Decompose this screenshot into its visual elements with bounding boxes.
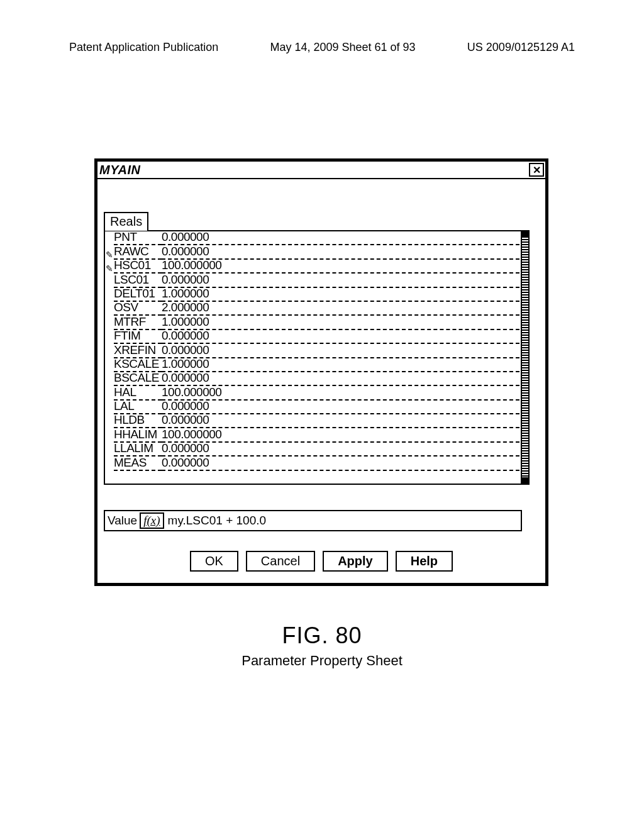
param-name: MTRF (114, 315, 162, 330)
ok-button[interactable]: OK (190, 551, 238, 572)
fx-button[interactable]: f(x) (140, 512, 164, 529)
param-value: 0.000000 (162, 329, 519, 344)
cancel-button[interactable]: Cancel (246, 551, 315, 572)
table-row[interactable]: BSCALE0.000000 (105, 372, 519, 386)
pencil-icon: ✎ (105, 263, 114, 274)
param-value: 100.000000 (162, 258, 519, 274)
value-label: Value (105, 514, 140, 528)
table-row[interactable]: LSC010.000000 (105, 274, 519, 287)
param-value: 0.000000 (162, 371, 519, 386)
value-field[interactable]: Value f(x) my.LSC01 + 100.0 (104, 510, 522, 531)
figure-caption: Parameter Property Sheet (0, 653, 644, 669)
param-name: RAWC (114, 245, 162, 260)
table-row[interactable]: XREFIN0.000000 (105, 344, 519, 358)
param-value: 0.000000 (162, 456, 519, 471)
table-row[interactable]: ✎HSC01100.000000 (105, 260, 519, 274)
table-row[interactable]: DELT011.000000 (105, 288, 519, 302)
param-name: HSC01 (114, 258, 162, 274)
table-row[interactable]: KSCALE1.000000 (105, 358, 519, 372)
page-header: Patent Application Publication May 14, 2… (0, 41, 644, 54)
param-value: 0.000000 (162, 245, 519, 260)
param-value: 0.000000 (162, 273, 519, 288)
param-value: 1.000000 (162, 315, 519, 330)
table-row[interactable]: PNT0.000000 (105, 231, 519, 245)
param-name: DELT01 (114, 287, 162, 302)
param-name: FTIM (114, 329, 162, 344)
param-value: 1.000000 (162, 357, 519, 372)
param-name: MEAS (114, 456, 162, 471)
header-mid: May 14, 2009 Sheet 61 of 93 (270, 41, 415, 54)
apply-button[interactable]: Apply (323, 551, 388, 572)
param-name: OSV (114, 301, 162, 316)
table-row[interactable]: HAL100.000000 (105, 386, 519, 400)
help-button[interactable]: Help (396, 551, 453, 572)
param-name: LLALIM (114, 441, 162, 456)
param-value: 2.000000 (162, 301, 519, 316)
param-name: HHALIM (114, 428, 162, 443)
param-value: 100.000000 (162, 385, 519, 401)
table-row[interactable]: HHALIM100.000000 (105, 428, 519, 442)
table-row[interactable]: ✎RAWC0.000000 (105, 245, 519, 259)
param-name: XREFIN (114, 343, 162, 358)
reals-list: PNT0.000000✎RAWC0.000000✎HSC01100.000000… (104, 230, 530, 485)
table-row[interactable]: OSV2.000000 (105, 302, 519, 316)
param-value: 0.000000 (162, 399, 519, 414)
scrollbar[interactable] (521, 231, 528, 484)
tab-reals[interactable]: Reals (104, 212, 148, 231)
param-value: 100.000000 (162, 428, 519, 443)
param-value: 0.000000 (162, 343, 519, 358)
figure-number: FIG. 80 (0, 622, 644, 649)
param-value: 0.000000 (162, 230, 519, 245)
value-expression: my.LSC01 + 100.0 (168, 514, 267, 528)
table-row[interactable]: HLDB0.000000 (105, 414, 519, 428)
close-button[interactable]: ✕ (529, 163, 544, 177)
param-name: LAL (114, 399, 162, 414)
param-name: LSC01 (114, 273, 162, 288)
table-row[interactable]: MEAS0.000000 (105, 456, 519, 470)
pencil-icon: ✎ (105, 250, 114, 260)
param-name: PNT (114, 230, 162, 245)
dialog-window: MYAIN ✕ Reals PNT0.000000✎RAWC0.000000✎H… (94, 158, 548, 586)
param-name: HLDB (114, 413, 162, 428)
param-name: KSCALE (114, 357, 162, 372)
header-left: Patent Application Publication (69, 41, 218, 54)
titlebar: MYAIN ✕ (97, 162, 545, 179)
param-name: HAL (114, 385, 162, 401)
table-row[interactable]: FTIM0.000000 (105, 330, 519, 344)
param-value: 1.000000 (162, 287, 519, 302)
window-title: MYAIN (99, 163, 140, 177)
table-row[interactable]: LLALIM0.000000 (105, 443, 519, 456)
header-right: US 2009/0125129 A1 (467, 41, 575, 54)
table-row[interactable]: LAL0.000000 (105, 401, 519, 414)
button-row: OK Cancel Apply Help (97, 551, 545, 572)
figure-caption-block: FIG. 80 Parameter Property Sheet (0, 622, 644, 669)
table-row[interactable]: MTRF1.000000 (105, 316, 519, 329)
param-value: 0.000000 (162, 413, 519, 428)
param-value: 0.000000 (162, 441, 519, 456)
param-name: BSCALE (114, 371, 162, 386)
